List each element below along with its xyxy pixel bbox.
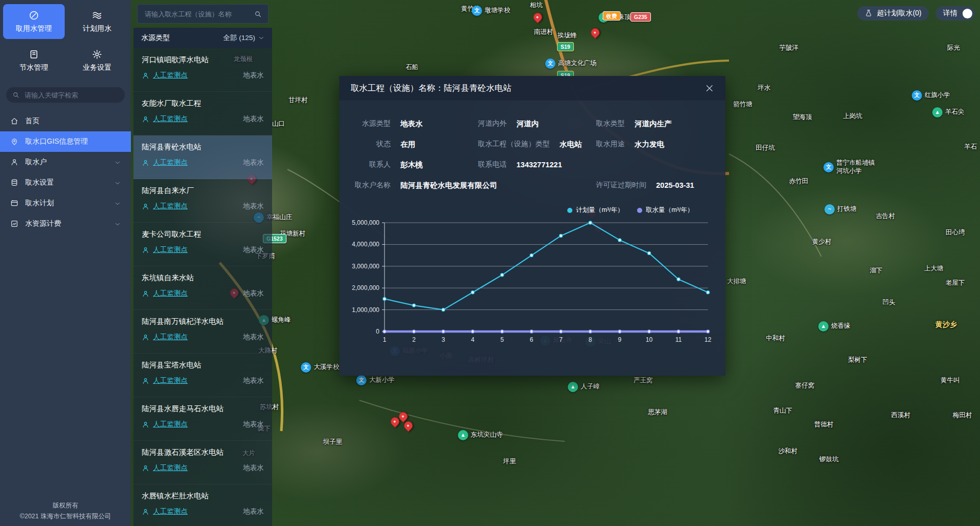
usage-chart[interactable]: 计划量（m³/年）取水量（m³/年） 01,000,0002,000,0003,… [339, 206, 725, 346]
list-item[interactable]: 河口镇唱歌潭水电站人工监测点地表水 [133, 48, 272, 92]
monitor-link[interactable]: 人工监测点 [153, 71, 188, 80]
sidebar-item[interactable]: 取水口GIS信息管理 [0, 131, 131, 152]
map-poi-text: 东坑尖山寺 [471, 431, 503, 439]
details-toggle[interactable]: 详情 [936, 6, 975, 21]
list-item[interactable]: 陆河县南万镇杞洋水电站人工监测点地表水 [133, 310, 272, 354]
map-poi-text: 高塘文化广场 [558, 60, 597, 68]
station-name: 陆河县自来水厂 [142, 186, 264, 196]
map-poi-label: 思茅湖 [648, 408, 667, 417]
monitor-link[interactable]: 人工监测点 [153, 333, 188, 342]
map-poi-text: 西溪村 [891, 412, 911, 420]
list-item[interactable]: 水唇镇水栏肚水电站人工监测点地表水 [133, 484, 272, 526]
sidebar-search-input[interactable] [24, 91, 119, 100]
svg-text:12: 12 [704, 336, 712, 343]
sidebar-item[interactable]: 取水设置 [0, 172, 131, 193]
svg-text:4: 4 [471, 336, 474, 343]
module-button[interactable]: 业务设置 [67, 43, 128, 78]
map-poi-label: 西溪村 [891, 412, 911, 420]
water-source-label: 地表水 [243, 507, 264, 516]
copyright-line2: ©2021 珠海市仁智科技有限公司 [0, 511, 131, 522]
list-item[interactable]: 陆河县自来水厂人工监测点地表水 [133, 179, 272, 223]
database-icon [10, 179, 18, 187]
map-poi-label: 相坑 [530, 2, 543, 10]
sidebar-search[interactable] [6, 87, 125, 103]
field-value: 13432771221 [516, 161, 562, 169]
gear-icon [92, 49, 102, 60]
module-button[interactable]: 取用水管理 [3, 4, 65, 39]
map-poi-text: 挨垅蜂 [558, 32, 577, 40]
map-poi-label: 坪水 [758, 84, 771, 92]
map-poi-label: 文普宁市船埔镇 河坑小学 [823, 159, 875, 175]
list-item[interactable]: 友能水厂取水工程人工监测点地表水 [133, 92, 272, 135]
monitor-link[interactable]: 人工监测点 [153, 158, 188, 167]
person-icon [142, 421, 149, 428]
station-meta: 人工监测点地表水 [142, 420, 264, 429]
school-marker-icon: 文 [301, 362, 311, 373]
sidebar-item[interactable]: 取水计划 [0, 193, 131, 213]
list-item[interactable]: 陆河县水唇走马石水电站人工监测点地表水 [133, 397, 272, 441]
map-poi-label: 挨垅蜂 [558, 32, 577, 40]
module-button[interactable]: 节水管理 [3, 43, 65, 78]
legend-item[interactable]: 取水量（m³/年） [637, 206, 694, 215]
mountain-marker-icon: ▲ [568, 382, 578, 392]
close-icon[interactable] [705, 84, 714, 93]
monitor-link[interactable]: 人工监测点 [153, 376, 188, 385]
station-search[interactable] [137, 4, 268, 24]
sidebar-item[interactable]: 水资源计费 [0, 213, 131, 234]
map-poi-text: 际光 [947, 44, 960, 52]
station-name: 河口镇唱歌潭水电站 [142, 55, 264, 65]
water-source-label: 地表水 [243, 114, 264, 124]
svg-text:7: 7 [559, 336, 563, 343]
module-button[interactable]: 计划用水 [67, 4, 128, 39]
list-item[interactable]: 麦卡公司取水工程人工监测点地表水 [133, 223, 272, 266]
info-field: 取水户名称陆河县青砼水电发展有限公司 [339, 175, 497, 196]
info-field: 水源类型地表水 [339, 113, 423, 134]
legend-item[interactable]: 计划量（m³/年） [567, 206, 624, 215]
water-source-label: 地表水 [243, 289, 264, 298]
field-label: 许可证过期时间 [596, 181, 646, 190]
monitor-link[interactable]: 人工监测点 [153, 463, 188, 473]
list-item[interactable]: 陆河县青砼水电站人工监测点地表水 [133, 135, 272, 179]
field-value: 彭木桃 [400, 160, 423, 170]
monitor-link[interactable]: 人工监测点 [153, 507, 188, 516]
svg-text:5: 5 [501, 336, 504, 343]
chevron-down-icon [114, 200, 121, 206]
station-meta: 人工监测点地表水 [142, 289, 264, 298]
map-poi-text: 打铁塘 [837, 205, 857, 213]
board-icon [10, 199, 18, 207]
sidebar-item[interactable]: 取水户 [0, 152, 131, 172]
map-poi-label: 青山下 [773, 407, 793, 415]
map-poi-label: 大排塘 [727, 278, 746, 286]
road-badge: S19 [557, 42, 574, 51]
monitor-link[interactable]: 人工监测点 [153, 289, 188, 298]
monitor-link[interactable]: 人工监测点 [153, 202, 188, 211]
app-screen: 黄竹坑相坑南进村挨垅蜂芋陂洋际光龙颈根石船甘坪村山口坪水箭竹塘望海顶上岗坑田仔坑… [0, 0, 980, 526]
map-poi-text: 墩塘学校 [485, 7, 510, 15]
station-detail-modal: 取水工程（设施）名称：陆河县青砼水电站 水源类型地表水河道内外河道内取水类型河道… [339, 76, 725, 376]
map-poi-text: 凹头 [882, 299, 895, 307]
station-list-panel: 水源类型 全部 (125) 河口镇唱歌潭水电站人工监测点地表水友能水厂取水工程人… [133, 0, 272, 526]
list-item[interactable]: 东坑镇自来水站人工监测点地表水 [133, 266, 272, 310]
sidebar-item-label: 取水设置 [25, 178, 54, 187]
station-name: 陆河县激石溪老区水电站 [142, 447, 264, 457]
copyright: 版权所有 ©2021 珠海市仁智科技有限公司 [0, 500, 131, 522]
chart-icon [10, 220, 18, 228]
list-item[interactable]: 陆河县宝塔水电站人工监测点地表水 [133, 354, 272, 397]
over-plan-button[interactable]: 超计划取水(0) [857, 6, 929, 21]
home-icon [10, 117, 18, 125]
monitor-link[interactable]: 人工监测点 [153, 245, 188, 255]
source-filter-dropdown[interactable]: 全部 (125) [223, 33, 264, 43]
sidebar-item[interactable]: 首页 [0, 111, 131, 131]
map-controls: 超计划取水(0) 详情 [857, 6, 975, 21]
map-poi-text: 芋陂洋 [779, 44, 799, 52]
field-label: 河道内外 [478, 119, 507, 128]
map-poi-text: 黄牛叫 [940, 377, 960, 385]
monitor-link[interactable]: 人工监测点 [153, 114, 188, 124]
modal-header: 取水工程（设施）名称：陆河县青砼水电站 [339, 76, 725, 101]
monitor-link[interactable]: 人工监测点 [153, 420, 188, 429]
map-poi-text: 黄沙乡 [935, 320, 957, 329]
station-search-input[interactable] [144, 10, 250, 18]
map-poi-text: 箭竹塘 [733, 101, 753, 109]
info-field: 联系电话13432771221 [478, 154, 562, 175]
list-item[interactable]: 陆河县激石溪老区水电站人工监测点地表水 [133, 441, 272, 484]
